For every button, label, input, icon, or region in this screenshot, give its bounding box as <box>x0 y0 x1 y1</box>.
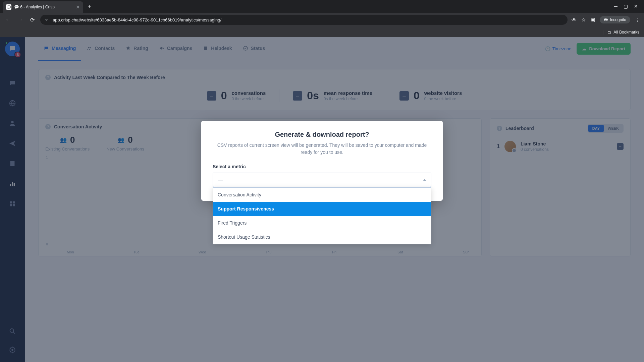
download-report-modal: Generate & download report? CSV reports … <box>201 121 443 201</box>
folder-icon: 🗀 <box>607 30 611 35</box>
metric-dropdown: Conversation Activity Support Responsive… <box>213 187 431 244</box>
url-bar[interactable]: ᯤ app.crisp.chat/website/6833ae5b-844d-4… <box>40 15 568 25</box>
window-close-icon[interactable]: ✕ <box>634 4 638 9</box>
browser-toolbar: ← → ⟳ ᯤ app.crisp.chat/website/6833ae5b-… <box>0 13 644 27</box>
option-support-responsiveness[interactable]: Support Responsiveness <box>213 202 431 216</box>
modal-title: Generate & download report? <box>213 131 431 138</box>
select-metric-label: Select a metric <box>213 164 431 169</box>
option-conversation-activity[interactable]: Conversation Activity <box>213 188 431 202</box>
all-bookmarks-button[interactable]: 🗀 All Bookmarks <box>607 30 639 35</box>
window-maximize-icon[interactable]: ▢ <box>624 4 628 9</box>
eye-off-icon[interactable]: 👁 <box>572 17 577 23</box>
window-minimize-icon[interactable]: ─ <box>614 4 618 9</box>
bookmark-star-icon[interactable]: ☆ <box>581 17 586 23</box>
nav-back-icon[interactable]: ← <box>4 17 12 23</box>
window-controls: ─ ▢ ✕ <box>608 4 644 9</box>
browser-tab-strip: 💬 💬 6 - Analytics | Crisp ✕ + ─ ▢ ✕ <box>0 0 644 13</box>
modal-overlay[interactable]: Generate & download report? CSV reports … <box>0 37 644 362</box>
incognito-label: Incognito <box>610 17 626 22</box>
url-text: app.crisp.chat/website/6833ae5b-844d-4c9… <box>53 17 221 22</box>
caret-up-icon <box>423 179 426 181</box>
bookmarks-bar: | 🗀 All Bookmarks <box>0 27 644 37</box>
incognito-icon: 🕶 <box>604 17 608 22</box>
browser-tab[interactable]: 💬 💬 6 - Analytics | Crisp ✕ <box>3 1 83 13</box>
modal-description: CSV reports of current screen view will … <box>213 142 431 156</box>
all-bookmarks-label: All Bookmarks <box>613 30 639 35</box>
option-fired-triggers[interactable]: Fired Triggers <box>213 216 431 230</box>
browser-menu-icon[interactable]: ⋮ <box>635 17 640 23</box>
select-value: — <box>218 177 223 183</box>
nav-forward-icon: → <box>16 17 24 23</box>
site-info-icon[interactable]: ᯤ <box>45 17 49 22</box>
option-shortcut-usage[interactable]: Shortcut Usage Statistics <box>213 230 431 244</box>
sidepanel-icon[interactable]: ▣ <box>590 17 595 23</box>
incognito-badge[interactable]: 🕶 Incognito <box>600 16 630 23</box>
close-tab-icon[interactable]: ✕ <box>76 4 80 10</box>
nav-reload-icon[interactable]: ⟳ <box>28 17 36 23</box>
new-tab-button[interactable]: + <box>83 3 96 10</box>
metric-select[interactable]: — <box>213 173 431 187</box>
tab-favicon-icon: 💬 <box>6 4 11 10</box>
tab-title: 💬 6 - Analytics | Crisp <box>14 5 73 9</box>
